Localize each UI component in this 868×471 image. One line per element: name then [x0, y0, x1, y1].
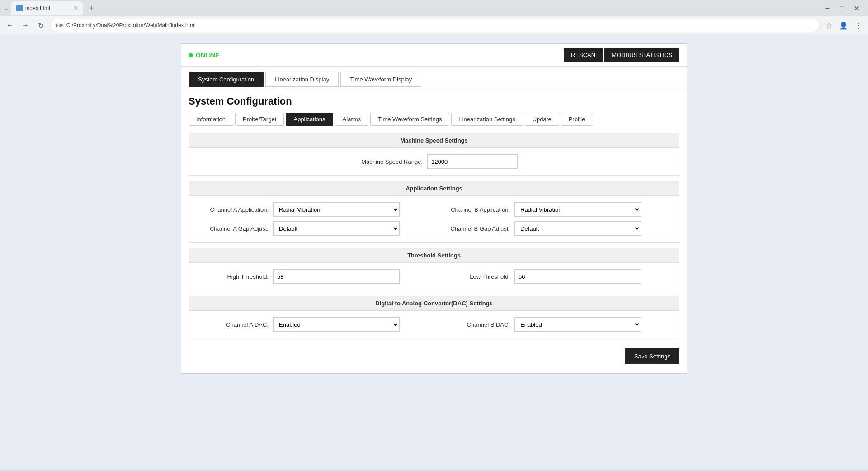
threshold-body: High Threshold: Low Threshold:	[189, 263, 679, 290]
modbus-statistics-button[interactable]: MODBUS STATISTICS	[604, 48, 679, 62]
channel-a-gap-group: Channel A Gap Adjust: Default Custom	[196, 221, 430, 236]
threshold-row: High Threshold: Low Threshold:	[196, 269, 672, 284]
main-tabs: System Configuration Linearization Displ…	[181, 67, 687, 87]
channel-b-app-label: Channel B Application:	[438, 206, 510, 213]
tab-list-arrow[interactable]: ⌄	[4, 5, 9, 12]
low-threshold-group: Low Threshold:	[438, 269, 672, 284]
channel-b-app-group: Channel B Application: Radial Vibration …	[438, 202, 672, 217]
restore-icon[interactable]: ◻	[837, 4, 846, 13]
sub-tab-probe-target[interactable]: Probe/Target	[235, 113, 284, 126]
application-settings-section: Application Settings Channel A Applicati…	[189, 181, 679, 243]
forward-button[interactable]: →	[19, 19, 32, 32]
menu-icon[interactable]: ⋮	[852, 19, 864, 32]
status-online-label: ONLINE	[189, 52, 220, 59]
address-bar[interactable]: File C:/Proximity/Dual%20Proximitor/Web/…	[50, 19, 820, 32]
machine-speed-section: Machine Speed Settings Machine Speed Ran…	[189, 133, 679, 176]
channel-b-dac-group: Channel B DAC: Enabled Disabled	[438, 317, 672, 332]
refresh-button[interactable]: ↻	[34, 19, 47, 32]
channel-b-app-select[interactable]: Radial Vibration Axial Position Differen…	[514, 202, 641, 217]
dac-header: Digital to Analog Converter(DAC) Setting…	[189, 296, 679, 311]
tab-linearization-display[interactable]: Linearization Display	[265, 72, 339, 87]
tab-close-icon[interactable]: ×	[74, 4, 78, 12]
channel-a-app-label: Channel A Application:	[196, 206, 269, 213]
app-container: ONLINE RESCAN MODBUS STATISTICS System C…	[181, 43, 687, 374]
channel-a-app-group: Channel A Application: Radial Vibration …	[196, 202, 430, 217]
address-prefix: File	[56, 23, 64, 28]
high-threshold-label: High Threshold:	[196, 273, 269, 280]
minimize-icon[interactable]: –	[823, 4, 832, 13]
channel-a-gap-label: Channel A Gap Adjust:	[196, 225, 269, 232]
dac-row: Channel A DAC: Enabled Disabled Channel …	[196, 317, 672, 332]
sub-tabs: Information Probe/Target Applications Al…	[181, 113, 687, 133]
sub-tab-linearization-settings[interactable]: Linearization Settings	[451, 113, 523, 126]
application-settings-body: Channel A Application: Radial Vibration …	[189, 196, 679, 242]
sub-tab-information[interactable]: Information	[189, 113, 233, 126]
channel-b-gap-select[interactable]: Default Custom	[514, 221, 641, 236]
app-wrapper: ONLINE RESCAN MODBUS STATISTICS System C…	[0, 34, 868, 469]
save-row: Save Settings	[181, 344, 687, 373]
channel-a-dac-group: Channel A DAC: Enabled Disabled	[196, 317, 430, 332]
new-tab-button[interactable]: +	[85, 2, 98, 14]
sub-tab-applications[interactable]: Applications	[286, 113, 333, 126]
low-threshold-label: Low Threshold:	[438, 273, 510, 280]
rescan-button[interactable]: RESCAN	[564, 48, 603, 62]
channel-b-gap-label: Channel B Gap Adjust:	[438, 225, 510, 232]
channel-b-gap-group: Channel B Gap Adjust: Default Custom	[438, 221, 672, 236]
gap-row: Channel A Gap Adjust: Default Custom Cha…	[196, 221, 672, 236]
sub-tab-update[interactable]: Update	[525, 113, 559, 126]
tab-bar: ⌄ index.html × + – ◻ ✕	[0, 0, 868, 16]
window-controls: – ◻ ✕	[823, 4, 864, 13]
tab-title: index.html	[25, 5, 50, 11]
browser-shell: ⌄ index.html × + – ◻ ✕ ← → ↻ File C:/Pro…	[0, 0, 868, 469]
threshold-header: Threshold Settings	[189, 248, 679, 263]
tab-time-waveform-display[interactable]: Time Waveform Display	[340, 72, 421, 87]
machine-speed-range-input[interactable]	[427, 154, 518, 169]
high-threshold-input[interactable]	[273, 269, 400, 284]
tab-favicon	[16, 5, 23, 11]
channel-a-dac-select[interactable]: Enabled Disabled	[273, 317, 400, 332]
dac-body: Channel A DAC: Enabled Disabled Channel …	[189, 311, 679, 338]
high-threshold-group: High Threshold:	[196, 269, 430, 284]
nav-extras: ☆ 👤 ⋮	[823, 19, 864, 32]
nav-bar: ← → ↻ File C:/Proximity/Dual%20Proximito…	[0, 16, 868, 34]
low-threshold-input[interactable]	[514, 269, 641, 284]
sub-tab-time-waveform-settings[interactable]: Time Waveform Settings	[370, 113, 449, 126]
machine-speed-range-label: Machine Speed Range:	[350, 158, 423, 165]
status-actions: RESCAN MODBUS STATISTICS	[564, 48, 679, 62]
machine-speed-group: Machine Speed Range:	[196, 154, 672, 169]
status-bar: ONLINE RESCAN MODBUS STATISTICS	[181, 44, 687, 67]
profile-icon[interactable]: 👤	[837, 19, 850, 32]
channel-a-dac-label: Channel A DAC:	[196, 321, 269, 328]
dac-section: Digital to Analog Converter(DAC) Setting…	[189, 296, 679, 338]
back-button[interactable]: ←	[4, 19, 16, 32]
threshold-section: Threshold Settings High Threshold: Low T…	[189, 248, 679, 290]
save-settings-button[interactable]: Save Settings	[625, 348, 679, 364]
channel-b-dac-select[interactable]: Enabled Disabled	[514, 317, 641, 332]
page-title: System Configuration	[181, 87, 687, 113]
app-row: Channel A Application: Radial Vibration …	[196, 202, 672, 217]
sub-tab-alarms[interactable]: Alarms	[335, 113, 368, 126]
application-settings-header: Application Settings	[189, 181, 679, 196]
machine-speed-body: Machine Speed Range:	[189, 148, 679, 175]
address-url: C:/Proximity/Dual%20Proximitor/Web/Main/…	[66, 22, 196, 29]
channel-a-gap-select[interactable]: Default Custom	[273, 221, 400, 236]
channel-b-dac-label: Channel B DAC:	[438, 321, 510, 328]
close-icon[interactable]: ✕	[852, 4, 861, 13]
browser-tab[interactable]: index.html ×	[11, 1, 83, 15]
bookmark-icon[interactable]: ☆	[823, 19, 835, 32]
sub-tab-profile[interactable]: Profile	[561, 113, 593, 126]
channel-a-app-select[interactable]: Radial Vibration Axial Position Differen…	[273, 202, 400, 217]
machine-speed-header: Machine Speed Settings	[189, 133, 679, 148]
tab-system-configuration[interactable]: System Configuration	[189, 72, 264, 87]
